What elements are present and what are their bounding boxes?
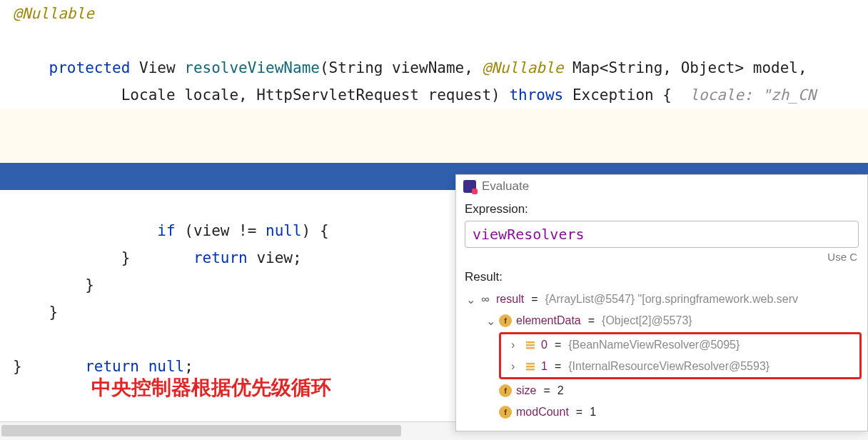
field-icon: f — [499, 314, 512, 327]
var-name: modCount — [516, 406, 569, 419]
chevron-down-icon[interactable]: ⌄ — [486, 314, 495, 328]
annotation: @Nullable — [13, 5, 94, 22]
highlight-box: › 0 = {BeanNameViewResolver@5095} › 1 = … — [499, 332, 862, 379]
var-value: {Object[2]@5573} — [602, 314, 692, 327]
array-item-icon — [524, 339, 537, 351]
tree-row-result[interactable]: ⌄ ∞ result = {ArrayList@5547} "[org.spri… — [465, 289, 867, 310]
var-value: {BeanNameViewResolver@5095} — [568, 339, 740, 351]
keyword-protected: protected — [49, 59, 131, 76]
var-name: result — [496, 293, 524, 306]
tree-row-item-0[interactable]: › 0 = {BeanNameViewResolver@5095} — [504, 334, 857, 356]
var-name: 0 — [541, 339, 547, 351]
keyword-null: null — [266, 222, 302, 239]
popup-title: Evaluate — [482, 179, 529, 194]
exec-code: View view = viewResolver.resolve — [49, 195, 446, 212]
evaluate-popup[interactable]: Evaluate Expression: viewResolvers Use C… — [455, 174, 868, 431]
expression-input[interactable]: viewResolvers — [465, 221, 859, 248]
inlay-hint: locale: "zh_CN — [672, 86, 816, 104]
expression-label: Expression: — [456, 195, 867, 219]
scrollbar-thumb[interactable] — [1, 425, 401, 436]
svg-rect-3 — [526, 363, 535, 365]
var-value: {InternalResourceViewResolver@5593} — [568, 360, 769, 373]
param-annotation: @Nullable — [483, 59, 564, 76]
svg-rect-1 — [526, 344, 535, 346]
sig-part: Map<String, Object> model, — [563, 59, 807, 76]
method-name: resolveViewName — [184, 59, 320, 76]
sig-part: (String viewName, — [320, 59, 483, 76]
svg-rect-4 — [526, 366, 535, 368]
var-value: 1 — [590, 406, 596, 419]
code-text: ; — [184, 358, 193, 375]
var-value: 2 — [557, 384, 564, 397]
chevron-right-icon[interactable]: › — [511, 360, 520, 373]
keyword-throws: throws — [509, 86, 563, 104]
keyword-null: null — [139, 358, 184, 375]
chevron-right-icon[interactable]: › — [511, 339, 520, 351]
result-tree[interactable]: ⌄ ∞ result = {ArrayList@5547} "[org.spri… — [456, 287, 867, 423]
array-item-icon — [524, 360, 537, 373]
sig-part: Exception { — [563, 86, 672, 104]
sig-part: Locale locale, HttpServletRequest reques… — [49, 86, 510, 104]
svg-rect-2 — [526, 347, 535, 349]
svg-rect-5 — [526, 369, 535, 371]
var-name: 1 — [541, 360, 547, 373]
var-name: elementData — [516, 314, 581, 327]
tree-row-elementdata[interactable]: ⌄ f elementData = {Object[2]@5573} — [465, 310, 867, 331]
keyword-return: return — [85, 358, 139, 375]
intellij-icon — [463, 180, 476, 193]
var-name: size — [516, 384, 536, 397]
tree-row-modcount[interactable]: f modCount = 1 — [465, 401, 867, 423]
keyword-return: return — [193, 249, 248, 266]
keyword-if: if — [157, 222, 175, 239]
annotation-overlay: 中央控制器根据优先级循环 — [91, 374, 331, 401]
field-icon: f — [499, 406, 512, 419]
return-type: View — [139, 59, 176, 76]
code-text: ) { — [302, 222, 329, 239]
var-value: {ArrayList@5547} "[org.springframework.w… — [545, 293, 798, 306]
shortcut-hint: Use C — [456, 248, 867, 263]
field-icon: f — [499, 384, 512, 397]
chevron-down-icon[interactable]: ⌄ — [466, 293, 475, 306]
tree-row-item-1[interactable]: › 1 = {InternalResourceViewResolver@5593… — [504, 356, 857, 377]
tree-row-size[interactable]: f size = 2 — [465, 380, 867, 401]
svg-rect-0 — [526, 341, 535, 344]
result-label: Result: — [456, 263, 867, 287]
code-text: view; — [248, 249, 302, 266]
watch-icon: ∞ — [479, 293, 492, 306]
code-text: (view != — [176, 222, 266, 239]
